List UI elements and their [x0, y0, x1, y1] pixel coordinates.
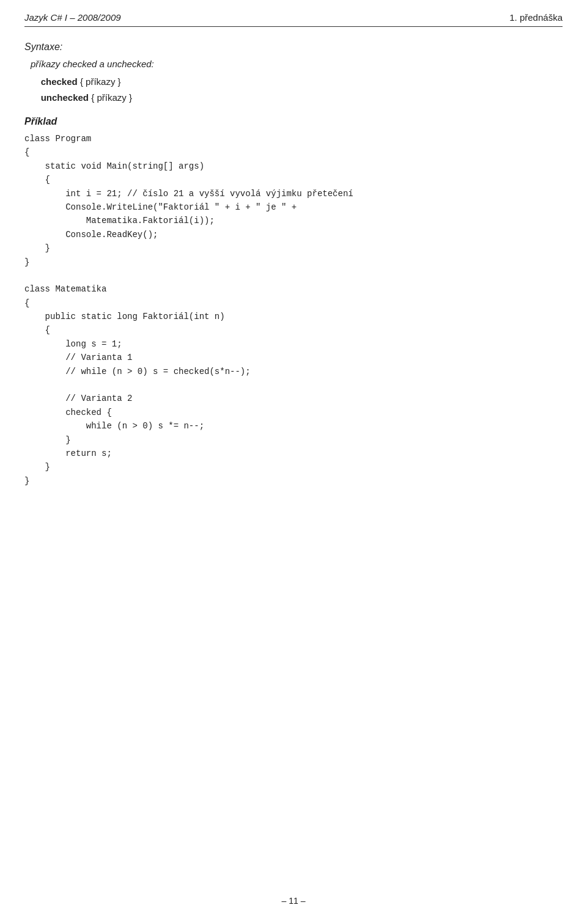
unchecked-rest: { příkazy } [89, 92, 132, 103]
header: Jazyk C# I – 2008/2009 1. přednáška [24, 12, 563, 27]
checked-rest: { příkazy } [78, 76, 121, 87]
section-title: Syntaxe: [24, 42, 563, 53]
section-subtitle: příkazy checked a unchecked: [31, 59, 563, 69]
syntax-block: checked { příkazy } unchecked { příkazy … [31, 74, 563, 105]
page-container: Jazyk C# I – 2008/2009 1. přednáška Synt… [0, 0, 587, 924]
unchecked-keyword: unchecked [41, 92, 89, 103]
page-footer: – 11 – [0, 896, 587, 906]
checked-keyword: checked [41, 76, 78, 87]
header-lecture-number: 1. přednáška [509, 12, 563, 23]
syntax-line-unchecked: unchecked { příkazy } [31, 90, 563, 106]
example-label: Příklad [24, 116, 563, 127]
header-course-title: Jazyk C# I – 2008/2009 [24, 12, 121, 23]
page-number: – 11 – [282, 896, 306, 906]
syntax-line-checked: checked { příkazy } [31, 74, 563, 90]
code-block: class Program { static void Main(string[… [24, 132, 563, 488]
